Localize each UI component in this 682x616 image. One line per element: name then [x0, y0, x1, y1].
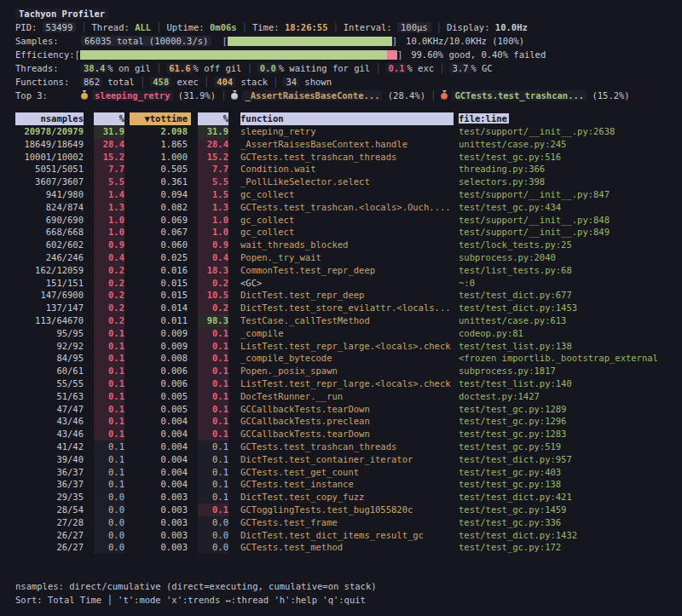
cell-cumulative-percent: 15.2: [191, 151, 234, 164]
cell-file-line: test/test_dict.py:421: [454, 491, 682, 504]
table-row[interactable]: 147/69000.20.01510.5DictTest.test_repr_d…: [15, 289, 682, 302]
status-label: PID:: [15, 22, 43, 32]
table-row[interactable]: 36/370.10.0040.1GCTests.test_get_countte…: [15, 466, 682, 479]
cell-tottime: 0.004: [130, 478, 191, 491]
cell-nsamples: 602/602: [15, 239, 87, 251]
cell-direct-percent: 0.2: [87, 302, 130, 314]
efficiency-bar-good-fill: [80, 50, 387, 60]
cell-cumulative-percent: 0.2: [191, 277, 234, 290]
table-row[interactable]: 55/550.10.0060.1ListTest.test_repr_large…: [15, 377, 682, 390]
column-header-direct-percent[interactable]: %: [87, 112, 130, 125]
cell-cumulative-percent: 0.1: [191, 478, 234, 491]
thread-stat-value: 3.7: [449, 63, 471, 73]
table-row[interactable]: 18649/1864928.41.86528.4_AssertRaisesBas…: [15, 138, 682, 151]
table-header-row: nsamples % ▼tottime % function file:line: [15, 112, 682, 125]
cell-file-line: codeop.py:81: [454, 327, 682, 340]
samples-label: Samples:: [15, 36, 81, 46]
table-row[interactable]: 39/400.10.0040.1DictTest.test_container_…: [15, 453, 682, 466]
cell-file-line: test/test_gc.py:516: [454, 151, 682, 164]
table-row[interactable]: 3607/36075.50.3615.5_PollLikeSelector.se…: [15, 176, 682, 188]
cell-cumulative-percent: 18.3: [191, 264, 234, 277]
cell-direct-percent: 0.1: [87, 428, 130, 440]
cell-cumulative-percent: 31.9: [191, 125, 234, 138]
table-row[interactable]: 137/1470.20.0140.2DictTest.test_store_ev…: [15, 302, 682, 314]
cell-function: gc_collect: [234, 214, 454, 227]
table-row[interactable]: 690/6901.00.0691.0gc_collecttest/support…: [15, 214, 682, 227]
table-row[interactable]: 41/420.10.0040.1GCTests.test_trashcan_th…: [15, 440, 682, 453]
table-row[interactable]: 26/270.00.0030.0GCTests.test_methodtest/…: [15, 541, 682, 554]
cell-cumulative-percent: 0.1: [191, 415, 234, 428]
cell-direct-percent: 0.2: [87, 314, 130, 327]
footer-keybindings: Sort: Total Time │ 't':mode 'x':trends ↔…: [15, 593, 682, 607]
cell-function: _compile: [234, 327, 454, 340]
table-row[interactable]: 602/6020.90.0600.9wait_threads_blockedte…: [15, 239, 682, 251]
cell-nsamples: 690/690: [15, 214, 87, 227]
table-row[interactable]: 43/460.10.0040.1GCCallbackTests.preclean…: [15, 415, 682, 428]
table-row[interactable]: 27/280.00.0030.0GCTests.test_frametest/t…: [15, 516, 682, 529]
cell-nsamples: 10001/10002: [15, 151, 87, 164]
column-header-cumulative-percent[interactable]: %: [191, 112, 234, 125]
cell-direct-percent: 0.1: [87, 453, 130, 466]
cell-cumulative-percent: 0.1: [191, 504, 234, 516]
cell-direct-percent: 0.0: [87, 516, 130, 529]
table-row[interactable]: 113/646700.20.01198.3TestCase._callTestM…: [15, 314, 682, 327]
separator: │: [327, 22, 343, 32]
functions-line: Functions: 862 total│458 exec│404 stack│…: [15, 75, 682, 89]
cell-nsamples: 824/874: [15, 201, 87, 214]
table-row[interactable]: 10001/1000215.21.00015.2GCTests.test_tra…: [15, 151, 682, 164]
column-header-tottime-sorted[interactable]: ▼tottime: [130, 112, 191, 125]
cell-direct-percent: 5.5: [87, 176, 130, 188]
cell-function: GCTests.test_trashcan_threads: [234, 440, 454, 453]
title-line: Tachyon Profiler: [15, 7, 682, 20]
cell-direct-percent: 0.1: [87, 365, 130, 377]
table-row[interactable]: 5051/50517.70.5057.7Condition.waitthread…: [15, 163, 682, 176]
column-header-function[interactable]: function: [234, 112, 454, 125]
table-row[interactable]: 824/8741.30.0821.3GCTests.test_trashcan.…: [15, 201, 682, 214]
table-row[interactable]: 246/2460.40.0250.4Popen._try_waitsubproc…: [15, 251, 682, 264]
cell-tottime: 0.004: [130, 453, 191, 466]
table-row[interactable]: 36/370.10.0040.1GCTests.test_instancetes…: [15, 478, 682, 491]
table-row[interactable]: 95/950.10.0090.1_compilecodeop.py:81: [15, 327, 682, 340]
cell-cumulative-percent: 10.5: [191, 289, 234, 302]
table-row[interactable]: 84/950.10.0080.1_compile_bytecode<frozen…: [15, 352, 682, 365]
column-header-nsamples[interactable]: nsamples: [15, 112, 87, 125]
cell-file-line: test/test_gc.py:138: [454, 478, 682, 491]
cell-tottime: 0.067: [130, 226, 191, 239]
table-row[interactable]: 941/9801.40.0941.5gc_collecttest/support…: [15, 188, 682, 201]
table-row[interactable]: 60/610.10.0060.1Popen._posix_spawnsubpro…: [15, 365, 682, 377]
status-label: Display:: [447, 22, 495, 32]
cell-tottime: 0.094: [130, 188, 191, 201]
cell-direct-percent: 0.0: [87, 491, 130, 504]
cell-cumulative-percent: 98.3: [191, 314, 234, 327]
cell-nsamples: 27/28: [15, 516, 87, 529]
table-row[interactable]: 26/270.00.0030.0DictTest.test_dict_items…: [15, 529, 682, 542]
table-row[interactable]: 43/460.10.0040.1GCCallbackTests.tearDown…: [15, 428, 682, 440]
top3-function-name: GCTests.test_trashcan...: [452, 90, 587, 101]
table-row[interactable]: 47/470.10.0050.1GCCallbackTests.tearDown…: [15, 403, 682, 416]
cell-file-line: test/test_gc.py:1289: [454, 403, 682, 416]
profiler-screen[interactable]: Tachyon Profiler PID: 53499│Thread: ALL│…: [0, 0, 682, 607]
cell-cumulative-percent: 0.0: [191, 516, 234, 529]
cell-tottime: 0.009: [130, 340, 191, 353]
table-row[interactable]: 29/350.00.0030.1DictTest.test_copy_fuzzt…: [15, 491, 682, 504]
cell-cumulative-percent: 1.3: [191, 201, 234, 214]
cell-tottime: 0.006: [130, 377, 191, 390]
table-row[interactable]: 151/1510.20.0150.2<GC>~:0: [15, 277, 682, 290]
table-row[interactable]: 668/6681.00.0671.0gc_collecttest/support…: [15, 226, 682, 239]
cell-cumulative-percent: 0.1: [191, 352, 234, 365]
table-row[interactable]: 162/120590.20.01618.3CommonTest.test_rep…: [15, 264, 682, 277]
cell-cumulative-percent: 0.1: [191, 491, 234, 504]
cell-nsamples: 43/46: [15, 415, 87, 428]
table-row[interactable]: 20978/2097931.92.09831.9sleeping_retryte…: [15, 125, 682, 138]
cell-tottime: 0.003: [130, 529, 191, 542]
medal-silver-icon: [231, 93, 238, 100]
samples-bar: [228, 37, 392, 46]
cell-function: DictTest.test_copy_fuzz: [234, 491, 454, 504]
cell-direct-percent: 0.4: [87, 251, 130, 264]
thread-stat-suffix: % exc: [407, 63, 434, 73]
top3-percent: (15.2%): [587, 90, 630, 101]
column-header-file-line[interactable]: file:line: [454, 112, 682, 125]
table-row[interactable]: 51/630.10.0050.1DocTestRunner.__rundocte…: [15, 390, 682, 403]
table-row[interactable]: 92/920.10.0090.1ListTest.test_repr_large…: [15, 340, 682, 353]
table-row[interactable]: 28/540.00.0030.1GCTogglingTests.test_bug…: [15, 504, 682, 516]
